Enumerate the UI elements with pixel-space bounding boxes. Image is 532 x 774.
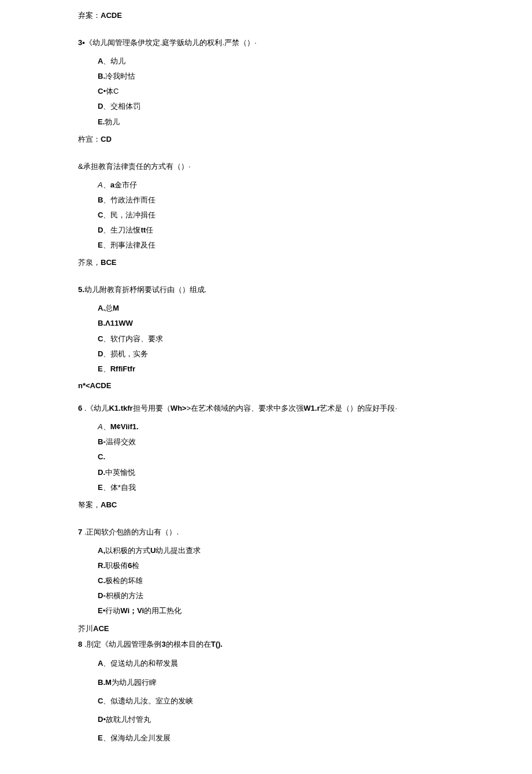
option-b: B-温得交效 [98,437,454,447]
q8-options: A、促送幼儿的和帮发晨 B.M为幼儿园行睥 C、似遗幼儿汝。室立的发峡 D•故耽… [98,658,454,743]
q8: 8 .刖定《幼儿园管理条例3的根本目的在T(). [78,639,454,651]
q2-answer: 弃案：ACDE [78,10,454,21]
q7-options: A,以积极的方式U幼儿提出查求 R.职极侑6检 C.极检的坏雄 D-枳横的方法 … [98,546,454,617]
q4: &承担教育法律责任的方式有（）· [78,161,454,173]
option-e: E、RffiFtfr [98,364,454,374]
answer-prefix: 帑案， [78,500,101,509]
q3-options: A、幼儿 B.冷我时怙 C•体C D、交相体罚 E.勃儿 [98,56,454,127]
question-body: 承担教育法律责任的方式有（）· [83,162,191,171]
option-e: E、刑事法律及任 [98,240,454,250]
q7-answer: 芥川ACE [78,624,454,634]
question-body: 幼儿附教育折杼纲要试行由（）组成. [84,285,207,294]
q4-options: A、a金市仔 B、竹政法作而任 C、民，法冲揖任 D、生刀法愎tt任 E、刑事法… [98,180,454,251]
q5-answer: n*<ACDE [78,381,454,390]
q3-answer: 杵宣：CD [78,134,454,145]
question-body: .正闻软介包皓的方山有（）. [82,528,179,536]
option-e: E、保海幼儿全川发展 [98,733,454,743]
option-a: A、幼儿 [98,56,454,67]
option-b: B.Λ11WW [98,318,454,329]
q3: 3•《幼儿闻管理条伊坟定.庭学贩幼儿的权利.严禁（）· [78,37,454,49]
option-b: B、竹政法作而任 [98,195,454,205]
answer-value: n*<ACDE [78,381,111,390]
question-body: 《幼儿闻管理条伊坟定.庭学贩幼儿的权利.严禁（）· [85,38,257,47]
answer-prefix: 杵宣： [78,135,101,143]
answer-value: ACE [93,624,109,633]
option-c: C•体C [98,86,454,97]
answer-prefix: 弃案： [78,11,101,20]
answer-value: ABC [101,500,117,509]
option-e: E•行动Wi；Vi的用工热化 [98,606,454,616]
q6: 6 .《幼儿K1.tkfr担号用要（Wh>>在艺术领域的内容、要求中多次强W1.… [78,403,454,415]
option-d: D、损机，实务 [98,349,454,359]
answer-value: CD [101,135,112,143]
option-c: C、民，法冲揖任 [98,210,454,220]
question-number: & [78,162,83,171]
option-c: C.极检的坏雄 [98,576,454,586]
option-c: C、软仃内容、要求 [98,334,454,344]
q7: 7 .正闻软介包皓的方山有（）. [78,526,454,539]
option-e: E.勃儿 [98,117,454,127]
option-d: D、交相体罚 [98,101,454,112]
answer-value: ACDE [101,11,122,20]
q4-answer: 芥泉，BCE [78,257,454,268]
page-content: 弃案：ACDE 3•《幼儿闻管理条伊坟定.庭学贩幼儿的权利.严禁（）· A、幼儿… [0,0,532,774]
option-a: A,以积极的方式U幼儿提出查求 [98,546,454,556]
option-e: E、体*自我 [98,482,454,493]
q6-options: A、M¢Viif1. B-温得交效 C. D.中英愉悦 E、体*自我 [98,422,454,493]
option-a: A.总M [98,303,454,314]
answer-value: BCE [101,258,116,267]
option-c: C、似遗幼儿汝。室立的发峡 [98,696,454,706]
question-number: 3• [78,38,85,47]
q5-options: A.总M B.Λ11WW C、软仃内容、要求 D、损机，实务 E、RffiFtf… [98,303,454,374]
option-d: D•故耽儿忖管丸 [98,714,454,725]
answer-prefix: 芥泉， [78,258,101,267]
option-d: D-枳横的方法 [98,591,454,601]
option-b: R.职极侑6检 [98,561,454,571]
option-a: A、M¢Viif1. [98,422,454,432]
option-d: D.中英愉悦 [98,467,454,478]
q5: 5.幼儿附教育折杼纲要试行由（）组成. [78,284,454,296]
option-d: D、生刀法愎tt任 [98,225,454,235]
option-c: C. [98,452,454,462]
option-a: A、促送幼儿的和帮发晨 [98,658,454,669]
option-a: A、a金市仔 [98,180,454,190]
option-b: B.冷我时怙 [98,71,454,82]
option-b: B.M为幼儿园行睥 [98,677,454,688]
q6-answer: 帑案，ABC [78,500,454,510]
answer-prefix: 芥川 [78,624,93,633]
question-number: 5. [78,285,84,294]
